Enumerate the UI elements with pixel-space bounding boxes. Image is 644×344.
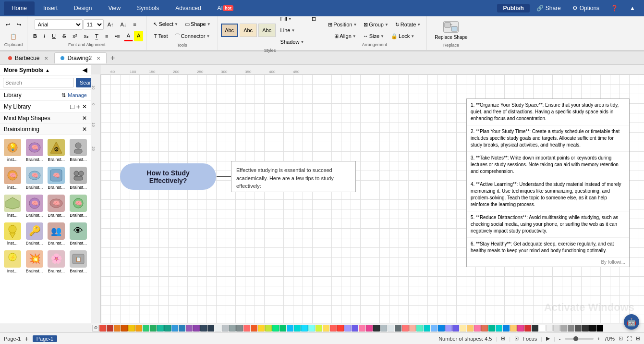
fit-page-button[interactable]: ⊡ <box>619 335 623 342</box>
color-swatch[interactable] <box>481 325 488 332</box>
undo-button[interactable]: ↩ <box>3 19 13 30</box>
color-swatch[interactable] <box>553 325 560 332</box>
size-dropdown[interactable]: ↔ Size ▼ <box>360 31 387 41</box>
grid-button[interactable]: ⊞ <box>636 335 640 342</box>
font-color-button[interactable]: A <box>124 31 133 41</box>
mindmap-section-close[interactable]: ✕ <box>82 115 87 122</box>
barbecue-tab-close[interactable]: ✕ <box>44 56 48 61</box>
shape-item-12[interactable]: inst... <box>2 221 23 247</box>
replace-shape-button[interactable]: → Replace Shape <box>431 19 471 42</box>
style-swatch-3[interactable]: Abc <box>258 24 276 37</box>
color-swatch[interactable] <box>279 325 286 332</box>
help-button[interactable]: ❓ <box>606 4 623 12</box>
align-button[interactable]: ≡ <box>130 19 139 30</box>
ai-bot-button[interactable]: 🤖 <box>624 314 639 330</box>
color-swatch[interactable] <box>517 325 524 332</box>
color-swatch[interactable] <box>258 325 265 332</box>
shape-item-0[interactable]: 💡 inst... <box>2 137 23 164</box>
color-swatch[interactable] <box>546 325 553 332</box>
shape-item-2[interactable]: ⚙ Brainst... <box>46 137 67 164</box>
color-swatch[interactable] <box>215 325 221 332</box>
expand-styles[interactable]: ⊡ <box>309 13 319 24</box>
color-swatch[interactable] <box>373 325 380 332</box>
color-swatch[interactable] <box>474 325 481 332</box>
color-swatch[interactable] <box>121 325 128 332</box>
tab-ai[interactable]: AI hot <box>210 1 241 15</box>
color-swatch[interactable] <box>171 325 178 332</box>
color-swatch[interactable] <box>207 325 214 332</box>
strikethrough-button[interactable]: S <box>60 31 69 41</box>
fill-dropdown[interactable]: Fill ▼ <box>278 13 307 24</box>
color-swatch[interactable] <box>287 325 293 332</box>
color-swatch[interactable] <box>431 325 437 332</box>
color-swatch[interactable] <box>251 325 257 332</box>
bullet-button[interactable]: •≡ <box>112 31 122 41</box>
search-input[interactable] <box>3 78 74 87</box>
group-dropdown[interactable]: ⊠ Group ▼ <box>361 19 391 30</box>
text-description-box[interactable]: Effective studying is essential to succe… <box>231 161 356 192</box>
color-swatch[interactable] <box>243 325 250 332</box>
shape-item-14[interactable]: 👥 Brainst... <box>46 221 67 247</box>
tab-view[interactable]: View <box>100 1 128 15</box>
color-swatch[interactable] <box>416 325 423 332</box>
redo-button[interactable]: ↪ <box>14 19 24 30</box>
line-dropdown[interactable]: Line ▼ <box>278 25 307 36</box>
color-swatch[interactable] <box>114 325 121 332</box>
color-swatch[interactable] <box>445 325 452 332</box>
color-swatch[interactable] <box>359 325 365 332</box>
select-dropdown-button[interactable]: ↖ Select ▼ <box>150 19 181 29</box>
bold-button[interactable]: B <box>30 31 40 41</box>
position-dropdown[interactable]: ⊞ Position ▼ <box>325 19 360 30</box>
tab-design[interactable]: Design <box>66 1 99 15</box>
shape-item-4[interactable]: 🧠 inst... <box>2 165 23 192</box>
color-swatch[interactable] <box>402 325 409 332</box>
color-swatch[interactable] <box>143 325 149 332</box>
color-swatch[interactable] <box>460 325 466 332</box>
text-button[interactable]: T Text <box>151 31 171 41</box>
add-page-button[interactable]: + <box>24 335 28 343</box>
color-swatch[interactable] <box>265 325 272 332</box>
layer-icon[interactable]: ⊞ <box>501 335 505 342</box>
color-swatch[interactable] <box>344 325 351 332</box>
focus-button[interactable]: ⊡ <box>514 335 519 342</box>
color-swatch[interactable] <box>352 325 358 332</box>
connector-dropdown-button[interactable]: ⌒ Connector ▼ <box>172 31 213 41</box>
color-swatch[interactable] <box>596 325 603 332</box>
lock-dropdown[interactable]: 🔒 Lock ▼ <box>388 31 417 41</box>
color-swatch[interactable] <box>380 325 387 332</box>
shape-item-7[interactable]: Brainst... <box>68 165 89 192</box>
color-swatch[interactable] <box>366 325 373 332</box>
shape-item-17[interactable]: 💥 Brainst... <box>24 248 45 275</box>
new-library-button[interactable]: + <box>76 103 80 111</box>
color-swatch[interactable] <box>301 325 308 332</box>
superscript-button[interactable]: x² <box>70 31 80 41</box>
shape-item-10[interactable]: 🧠 Brainst... <box>46 193 67 220</box>
color-swatch[interactable] <box>107 325 113 332</box>
color-swatch[interactable] <box>438 325 445 332</box>
drawing2-tab-close[interactable]: ✕ <box>97 56 100 61</box>
clipboard-paste-button[interactable]: 📋 <box>7 31 20 42</box>
shape-item-8[interactable]: inst... <box>2 193 23 220</box>
color-swatch[interactable] <box>164 325 171 332</box>
highlight-button[interactable]: A <box>134 31 143 41</box>
color-swatch[interactable] <box>452 325 459 332</box>
shape-item-15[interactable]: 👁 Brainst... <box>68 221 89 247</box>
color-swatch[interactable] <box>99 325 106 332</box>
color-swatch[interactable] <box>128 325 135 332</box>
color-swatch[interactable] <box>510 325 517 332</box>
shape-dropdown-button[interactable]: ▭ Shape ▼ <box>182 19 214 29</box>
manage-button[interactable]: Manage <box>68 92 87 98</box>
color-swatch[interactable] <box>323 325 329 332</box>
zoom-out-button[interactable]: - <box>559 336 561 342</box>
font-decrease-button[interactable]: A↓ <box>117 19 129 30</box>
tab-symbols[interactable]: Symbols <box>129 1 167 15</box>
tab-home[interactable]: Home <box>4 1 35 15</box>
close-library-button[interactable]: ✕ <box>82 103 87 110</box>
list-button[interactable]: ≡ <box>102 31 111 41</box>
color-swatch[interactable] <box>568 325 574 332</box>
font-family-select[interactable]: Arial <box>35 19 83 30</box>
font-increase-button[interactable]: A↑ <box>105 19 117 30</box>
no-fill-swatch[interactable]: ∅ <box>92 325 99 332</box>
color-swatch[interactable] <box>539 325 546 332</box>
doc-tab-barbecue[interactable]: Barbecue ✕ <box>2 52 54 63</box>
